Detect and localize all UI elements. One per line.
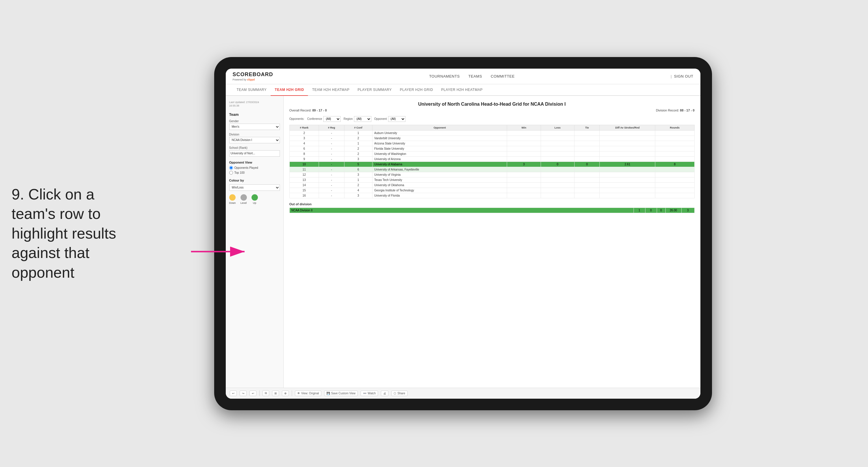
tablet-screen: SCOREBOARD Powered by clippd TOURNAMENTS… <box>226 68 701 399</box>
region-filter-select[interactable]: (All) <box>354 116 371 122</box>
paste-icon: ⊞ <box>274 392 277 395</box>
th-diff: Diff Av Strokes/Rnd <box>600 125 655 130</box>
page-wrapper: 9. Click on a team's row to highlight re… <box>0 0 868 467</box>
gender-select[interactable]: Men's <box>229 124 280 130</box>
print-icon: 🖨 <box>383 392 386 395</box>
table-row-selected[interactable]: 10 - 5 University of Alabama 3 0 0 2.61 … <box>289 162 694 167</box>
refresh-btn[interactable]: ⊕ <box>282 390 289 396</box>
th-opponent: Opponent <box>372 125 507 130</box>
main-nav: TOURNAMENTS TEAMS COMMITTEE <box>429 73 515 80</box>
overall-record: Overall Record: 89 - 17 - 0 <box>289 109 327 112</box>
nav-teams[interactable]: TEAMS <box>468 73 482 80</box>
nav-tournaments[interactable]: TOURNAMENTS <box>429 73 460 80</box>
opponent-filter-select[interactable]: (All) <box>388 116 405 122</box>
out-of-division-body: NCAA Division II 1 0 0 26.00 3 <box>289 208 694 213</box>
th-tie: Tie <box>575 125 600 130</box>
legend-dot-down <box>229 194 236 201</box>
view-btn[interactable]: 👁 View: Original <box>295 390 321 396</box>
sub-nav-player-h2h-heatmap[interactable]: PLAYER H2H HEATMAP <box>437 84 487 96</box>
logo-powered: Powered by clippd <box>233 78 273 81</box>
table-row[interactable]: 8 - 2 University of Washington <box>289 151 694 156</box>
table-row[interactable]: 14 - 2 University of Oklahoma <box>289 182 694 187</box>
legend-dot-level <box>241 194 247 201</box>
colour-by-title: Colour by <box>229 179 280 182</box>
instruction-body: Click on a team's row to highlight resul… <box>11 186 116 281</box>
diff-cell <box>600 130 655 136</box>
left-sidebar: Last Updated: 27/03/2024 16:55:38 Team G… <box>226 96 284 388</box>
watch-icon: 👓 <box>363 392 366 395</box>
logo-scoreboard: SCOREBOARD <box>233 71 273 78</box>
radio-top100: Top 100 <box>229 171 280 175</box>
table-row[interactable]: 13 - 1 Texas Tech University <box>289 177 694 182</box>
division-record: Division Record: 88 - 17 - 0 <box>656 109 694 112</box>
sign-out-btn[interactable]: Sign out <box>674 73 693 80</box>
logo-block: SCOREBOARD Powered by clippd <box>233 71 273 81</box>
reg-cell: - <box>319 130 344 136</box>
th-rounds: Rounds <box>655 125 694 130</box>
table-header: # Rank # Reg # Conf Opponent Win Loss Ti… <box>289 125 694 130</box>
instruction-step: 9. <box>11 186 24 203</box>
loss-cell <box>541 130 574 136</box>
division-select[interactable]: NCAA Division I <box>229 137 280 143</box>
bottom-toolbar: ↩ ↪ ↩ ⧉ ⊞ ⊕ 👁 <box>226 388 701 399</box>
out-of-division-row[interactable]: NCAA Division II 1 0 0 26.00 3 <box>289 208 694 213</box>
watch-btn[interactable]: 👓 Watch <box>361 390 378 396</box>
opponent-cell: Auburn University <box>372 130 507 136</box>
grid-title: University of North Carolina Head-to-Hea… <box>289 101 694 107</box>
save-icon: 💾 <box>327 392 330 395</box>
table-row[interactable]: 3 - 2 Vanderbilt University <box>289 136 694 141</box>
save-custom-btn[interactable]: 💾 Save Custom View <box>324 390 358 396</box>
logo-clippd: clippd <box>247 78 255 81</box>
radio-top100-input[interactable] <box>229 171 233 175</box>
nav-committee[interactable]: COMMITTEE <box>491 73 515 80</box>
out-of-division-table: NCAA Division II 1 0 0 26.00 3 <box>289 208 694 213</box>
paste-btn[interactable]: ⊞ <box>272 390 279 396</box>
table-row[interactable]: 15 - 4 Georgia Institute of Technology <box>289 187 694 193</box>
division-label: Division <box>229 133 280 136</box>
conference-filter-select[interactable]: (All) <box>323 116 341 122</box>
table-row[interactable]: 12 - 3 University of Virginia <box>289 172 694 177</box>
table-row[interactable]: 6 - 2 Florida State University <box>289 146 694 151</box>
legend-level: Level <box>241 194 247 204</box>
th-loss: Loss <box>541 125 574 130</box>
sub-nav-player-h2h-grid[interactable]: PLAYER H2H GRID <box>396 84 437 96</box>
table-row[interactable]: 2 - 1 Auburn University <box>289 130 694 136</box>
sub-nav-team-h2h-grid[interactable]: TEAM H2H GRID <box>271 84 308 96</box>
undo2-icon: ↩ <box>252 392 254 395</box>
school-rank-input[interactable] <box>229 150 280 157</box>
gender-label: Gender <box>229 120 280 123</box>
table-header-row: # Rank # Reg # Conf Opponent Win Loss Ti… <box>289 125 694 130</box>
print-btn[interactable]: 🖨 <box>381 390 389 396</box>
table-row[interactable]: 9 - 3 University of Arizona <box>289 156 694 162</box>
table-row[interactable]: 16 - 3 University of Florida <box>289 193 694 198</box>
redo-btn[interactable]: ↪ <box>240 390 247 396</box>
opponent-view-title: Opponent View <box>229 161 280 164</box>
share-btn[interactable]: ⬡ Share <box>391 390 407 396</box>
radio-opponents-played-input[interactable] <box>229 166 233 170</box>
th-reg: # Reg <box>319 125 344 130</box>
undo2-btn[interactable]: ↩ <box>249 390 256 396</box>
school-rank-label: School (Rank) <box>229 146 280 149</box>
tie-cell <box>575 130 600 136</box>
data-table: # Rank # Reg # Conf Opponent Win Loss Ti… <box>289 125 694 198</box>
th-win: Win <box>507 125 541 130</box>
rounds-cell <box>655 130 694 136</box>
conf-cell: 1 <box>344 130 372 136</box>
region-filter: Region (All) <box>344 116 371 122</box>
sign-out-divider: | <box>671 74 672 79</box>
sub-nav-player-summary[interactable]: PLAYER SUMMARY <box>354 84 396 96</box>
colour-by-select[interactable]: Win/Loss <box>229 184 280 191</box>
right-content: University of North Carolina Head-to-Hea… <box>284 96 701 388</box>
table-row[interactable]: 4 - 1 Arizona State University <box>289 141 694 146</box>
table-row[interactable]: 11 - 6 University of Arkansas, Fayettevi… <box>289 167 694 172</box>
sub-nav-team-h2h-heatmap[interactable]: TEAM H2H HEATMAP <box>308 84 353 96</box>
legend-row: Down Level Up <box>229 194 280 204</box>
records-row: Overall Record: 89 - 17 - 0 Division Rec… <box>289 109 694 112</box>
undo-icon: ↩ <box>232 392 235 395</box>
th-rank: # Rank <box>289 125 319 130</box>
copy-btn[interactable]: ⧉ <box>262 390 269 396</box>
sub-nav-team-summary[interactable]: TEAM SUMMARY <box>233 84 271 96</box>
refresh-icon: ⊕ <box>284 392 286 395</box>
undo-btn[interactable]: ↩ <box>230 390 237 396</box>
sign-out-area: | Sign out <box>671 73 693 80</box>
